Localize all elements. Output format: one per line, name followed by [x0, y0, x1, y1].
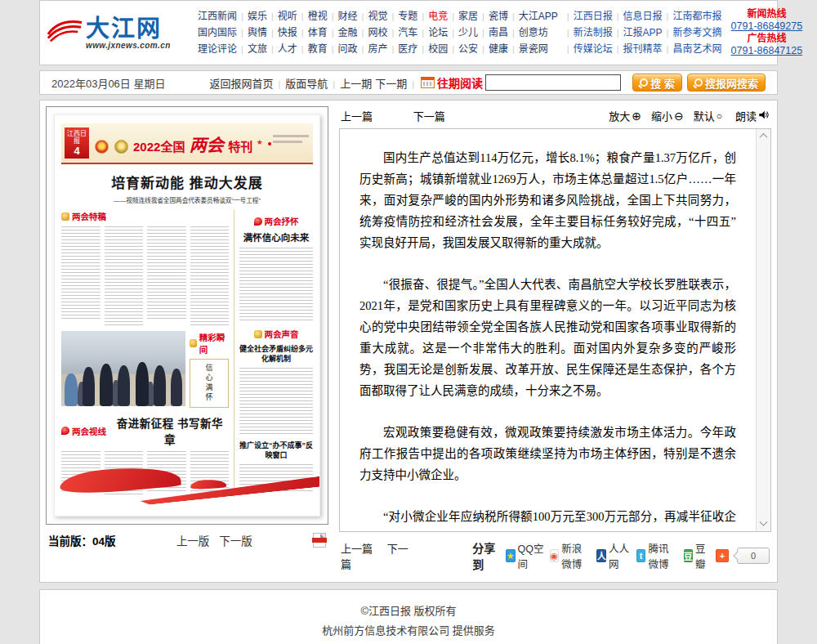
home-link[interactable]: 返回报网首页	[209, 78, 273, 90]
nav-link[interactable]: 医疗	[398, 43, 417, 55]
nav-link[interactable]: 公安	[458, 43, 478, 55]
newspaper-page-thumbnail[interactable]: 江西日报 4 2022全国 两会 特刊 ★ 培育新动能	[46, 106, 328, 525]
share-label: 腾讯微博	[648, 540, 677, 571]
share-item[interactable]: t腾讯微博	[636, 540, 678, 571]
paper-link[interactable]: 新法制报	[574, 27, 613, 38]
renren-icon: 人	[596, 549, 606, 562]
nav-link[interactable]: 专题	[398, 11, 417, 22]
nav-link[interactable]: 电竞	[428, 11, 448, 22]
next-article-link[interactable]: 下一篇	[413, 110, 445, 123]
nav-link[interactable]: 视听	[278, 11, 297, 22]
nav-link[interactable]: 金融	[338, 27, 358, 38]
gold-star-icon	[254, 330, 262, 338]
prev-article-link-bottom[interactable]: 上一篇	[341, 543, 373, 555]
divider: |	[241, 28, 243, 38]
paper-link[interactable]: 江报APP	[623, 27, 663, 38]
next-issue-link[interactable]: 下一期	[375, 78, 407, 90]
nav-link[interactable]: 创意坊	[519, 27, 548, 38]
prev-issue-link[interactable]: 上一期	[340, 78, 372, 90]
site-search-button[interactable]: 搜报网搜索	[687, 74, 766, 92]
newspaper-page: 江西日报 4 2022全国 两会 特刊 ★ 培育新动能	[54, 114, 320, 517]
paper-link[interactable]: 报刊精萃	[623, 43, 663, 55]
ad-hotline-number[interactable]: 0791-86847125	[725, 45, 807, 57]
calendar-icon[interactable]	[421, 77, 435, 88]
newspaper-panel: 江西日报 4 2022全国 两会 特刊 ★ 培育新动能	[46, 106, 328, 572]
nav-link[interactable]: 校园	[428, 43, 448, 55]
delegates-photo	[61, 331, 185, 406]
search-button[interactable]: 搜 索	[632, 74, 682, 92]
scroll-up-arrow[interactable]	[757, 129, 770, 143]
search-input[interactable]	[485, 74, 621, 91]
main-nav: 江西新闻|娱乐|视听|橙视|财经|视觉|专题|电竞|家居|瓷博|大江APP国内国…	[197, 8, 559, 57]
nav-link[interactable]: 橙视	[308, 11, 328, 22]
fake-text-column	[61, 226, 100, 321]
share-item[interactable]: 豆豆瓣	[684, 540, 710, 571]
divider: |	[332, 11, 334, 21]
divider: |	[512, 44, 515, 54]
paper-link[interactable]: 江西日报	[574, 11, 613, 22]
nav-row: |江西日报|信息日报|江南都市报	[564, 8, 723, 25]
news-hotline-number[interactable]: 0791-86849275	[725, 20, 807, 33]
nav-row: |传媒论坛|报刊精萃|昌南艺术网	[564, 41, 723, 57]
nav-link[interactable]: 瓷博	[489, 11, 508, 22]
site-logo[interactable]: 大江网 www.jxnews.com.cn	[47, 16, 197, 50]
nav-link[interactable]: 江西新闻	[198, 11, 237, 22]
prev-page-link[interactable]: 上一版	[176, 535, 210, 548]
paper-link[interactable]: 新参考文摘	[672, 27, 721, 38]
nav-link[interactable]: 大江APP	[519, 11, 558, 22]
nav-link[interactable]: 财经	[338, 11, 358, 22]
nav-link[interactable]: 人才	[278, 43, 297, 55]
nav-link[interactable]: 健康	[489, 43, 508, 55]
default-size-control[interactable]: 默认○	[694, 108, 722, 123]
nav-link[interactable]: 南昌	[489, 27, 508, 38]
page-nav-link[interactable]: 版面导航	[285, 78, 328, 90]
nav-link[interactable]: 体育	[308, 27, 328, 38]
paper-link[interactable]: 江南都市报	[672, 11, 721, 22]
divider: |	[422, 28, 424, 38]
paper-header: 江西日报 4 2022全国 两会 特刊 ★	[61, 123, 313, 164]
nav-link[interactable]: 网校	[368, 27, 387, 38]
nav-link[interactable]: 理论评论	[198, 43, 237, 55]
pdf-icon[interactable]	[313, 533, 326, 548]
article-paragraph: 国内生产总值达到114万亿元，增长8.1%；粮食产量1.37万亿斤，创历史新高；…	[359, 147, 736, 253]
page-container: 大江网 www.jxnews.com.cn 江西新闻|娱乐|视听|橙视|财经|视…	[39, 0, 778, 644]
red-heart-icon	[254, 217, 262, 226]
share-item[interactable]: 人人人网	[596, 540, 631, 571]
share-label: 豆瓣	[695, 540, 710, 571]
scroll-down-arrow[interactable]	[757, 517, 770, 531]
nav-link[interactable]: 文旅	[248, 43, 267, 55]
divider: |	[362, 44, 364, 54]
nav-link[interactable]: 舆情	[248, 27, 267, 38]
nav-link[interactable]: 视觉	[368, 11, 387, 22]
article-scrollbar[interactable]	[756, 129, 770, 531]
current-page-label: 当前版：04版	[48, 532, 116, 548]
zoom-in-control[interactable]: 放大⊕	[609, 108, 641, 123]
nav-link[interactable]: 家居	[458, 11, 478, 22]
nav-row: 国内国际|舆情|快报|体育|金融|网校|汽车|论坛|少儿|南昌|创意坊	[197, 25, 559, 41]
paper-link[interactable]: 信息日报	[623, 11, 663, 22]
next-page-link[interactable]: 下一版	[219, 535, 252, 548]
paper-link[interactable]: 传媒论坛	[574, 43, 613, 55]
divider: |	[452, 44, 454, 54]
prev-article-link[interactable]: 上一篇	[341, 110, 373, 123]
logo-swoosh-icon	[47, 18, 83, 47]
share-item[interactable]: ◉新浪微博	[550, 540, 592, 571]
nav-link[interactable]: 房产	[368, 43, 387, 55]
share-item[interactable]: +	[716, 549, 729, 562]
nav-link[interactable]: 汽车	[398, 27, 417, 38]
nav-link[interactable]: 快报	[278, 27, 297, 38]
archive-link[interactable]: 往期阅读	[437, 74, 483, 91]
nav-link[interactable]: 论坛	[428, 27, 448, 38]
nav-link[interactable]: 国内国际	[198, 27, 237, 38]
read-aloud-control[interactable]: 朗读	[735, 108, 770, 123]
nav-link[interactable]: 娱乐	[248, 11, 267, 22]
nav-link[interactable]: 景瓷网	[519, 43, 548, 55]
paper-link[interactable]: 昌南艺术网	[672, 43, 721, 55]
nav-link[interactable]: 问政	[338, 43, 358, 55]
share-item[interactable]: ★QQ空间	[506, 540, 544, 571]
nav-link[interactable]: 教育	[308, 43, 328, 55]
papers-nav: |江西日报|信息日报|江南都市报|新法制报|江报APP|新参考文摘|传媒论坛|报…	[564, 8, 723, 57]
zoom-out-control[interactable]: 缩小⊖	[651, 108, 684, 123]
nav-link[interactable]: 少儿	[458, 27, 478, 38]
article-toolbar: 上一篇 下一篇 放大⊕ 缩小⊖ 默认○ 朗读	[341, 108, 770, 123]
